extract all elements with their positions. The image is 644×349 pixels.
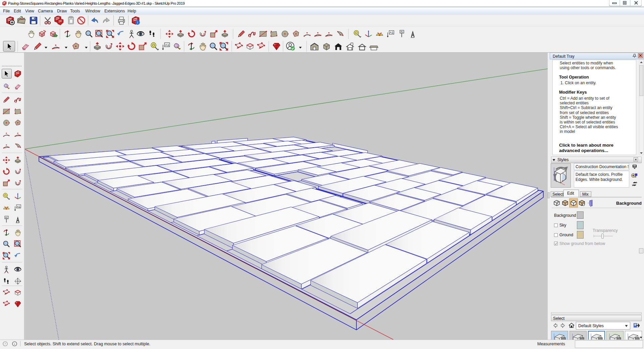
svg-text:A1: A1 bbox=[400, 31, 403, 33]
svg-text:A1: A1 bbox=[5, 216, 8, 219]
svg-text:A1: A1 bbox=[390, 31, 393, 34]
svg-text:i: i bbox=[14, 342, 15, 346]
svg-text:?: ? bbox=[5, 342, 6, 346]
svg-text:A1: A1 bbox=[17, 205, 20, 208]
svg-text:A1: A1 bbox=[165, 43, 169, 47]
svg-text:i: i bbox=[137, 20, 138, 24]
